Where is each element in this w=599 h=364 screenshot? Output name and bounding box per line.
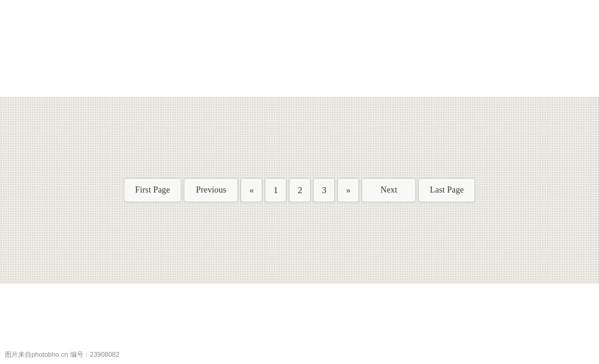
pagination: First Page Previous « 1 2 3 » Next Last … bbox=[124, 178, 476, 202]
watermark: 图片来自photobho.cn 编号：23908082 bbox=[5, 350, 120, 359]
first-page-button[interactable]: First Page bbox=[124, 178, 182, 202]
prev-arrow-button[interactable]: « bbox=[241, 178, 262, 202]
previous-button[interactable]: Previous bbox=[184, 178, 238, 202]
next-button[interactable]: Next bbox=[361, 178, 416, 202]
top-section bbox=[0, 0, 599, 97]
page-2-button[interactable]: 2 bbox=[289, 178, 311, 202]
middle-section: First Page Previous « 1 2 3 » Next Last … bbox=[0, 97, 599, 284]
page-1-button[interactable]: 1 bbox=[265, 178, 287, 202]
next-arrow-button[interactable]: » bbox=[337, 178, 359, 202]
last-page-button[interactable]: Last Page bbox=[418, 178, 475, 202]
page-3-button[interactable]: 3 bbox=[313, 178, 335, 202]
